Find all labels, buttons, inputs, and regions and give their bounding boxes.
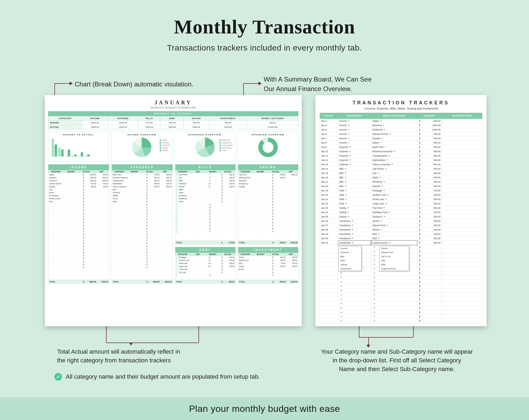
cell[interactable] <box>338 293 371 297</box>
cell[interactable]: Debt <box>338 193 371 197</box>
chevron-down-icon[interactable] <box>383 181 385 182</box>
table-row[interactable]: $ <box>48 236 109 239</box>
table-row[interactable]: Business$1500.001500.00 <box>48 176 109 179</box>
table-row[interactable]: $ <box>48 245 109 248</box>
dropdown-option[interactable]: Saving <box>339 263 361 267</box>
table-row[interactable]: Bank Fees$700.00800.00 <box>112 173 172 176</box>
table-row[interactable]: Insurance$ <box>175 194 235 197</box>
table-row[interactable]: Small Loan20$100.00 <box>175 262 235 265</box>
table-row[interactable]: Mutual Fund$100.00200.00 <box>238 259 298 262</box>
table-row[interactable]: Jan-9ExpenseBank Fees$800.00 <box>320 145 482 149</box>
chevron-down-icon[interactable] <box>348 138 350 139</box>
cell[interactable]: Large Loan <box>371 201 417 206</box>
chevron-down-icon[interactable] <box>348 129 350 130</box>
chevron-down-icon[interactable] <box>378 173 379 174</box>
chevron-down-icon[interactable] <box>389 242 391 243</box>
cell[interactable]: Expense <box>338 162 371 167</box>
table-row[interactable]: $ <box>175 215 235 218</box>
table-row[interactable]: Interest Income$700.00700.00 <box>48 182 109 185</box>
table-row[interactable]: Jan-26InvestmentStocks$200.00 <box>320 219 482 223</box>
trackers-table[interactable]: DATECATEGORYSUB-CATEGORYAMOUNTDESCRIPTIO… <box>320 113 482 323</box>
checkbox-icon[interactable] <box>176 195 178 197</box>
cell[interactable]: Electricity <box>371 180 417 184</box>
cell[interactable] <box>338 280 371 284</box>
table-row[interactable]: $ <box>112 254 172 257</box>
category-dropdown[interactable]: IncomeExpenseBillsDebtSavingInvestment <box>338 246 362 271</box>
table-row[interactable]: $ <box>320 293 482 297</box>
chevron-down-icon[interactable] <box>374 264 375 265</box>
table-row[interactable]: $ <box>175 274 235 277</box>
table-row[interactable]: $ <box>175 224 235 227</box>
cell[interactable]: Stocks <box>371 228 417 232</box>
cell[interactable]: Investment <box>338 223 371 228</box>
table-row[interactable]: $ <box>320 315 482 319</box>
table-row[interactable]: $ <box>238 209 298 212</box>
chevron-down-icon[interactable] <box>385 168 387 169</box>
cell[interactable] <box>371 306 417 310</box>
table-row[interactable]: Jan-20DebtStudent Loan$200.00 <box>320 193 482 197</box>
cell[interactable]: Investment <box>338 241 371 245</box>
chevron-down-icon[interactable] <box>374 247 375 248</box>
table-row[interactable]: $ <box>238 212 298 215</box>
table-row[interactable]: Misc$ <box>48 200 109 203</box>
chevron-down-icon[interactable] <box>352 238 353 239</box>
table-row[interactable]: $ <box>320 275 482 280</box>
checkbox-icon[interactable] <box>176 204 178 206</box>
table-row[interactable]: Car Loan$ <box>175 271 235 274</box>
cell[interactable] <box>338 319 371 323</box>
chevron-down-icon[interactable] <box>374 281 375 282</box>
cell[interactable]: Depreciation <box>371 158 417 162</box>
table-row[interactable]: Jan-11ExpenseTransportation$600.00 <box>320 154 482 158</box>
table-row[interactable]: Jan-6IncomeInterest Income$700.00 <box>320 132 482 136</box>
chevron-down-icon[interactable] <box>349 151 351 152</box>
chevron-down-icon[interactable] <box>340 312 342 313</box>
chevron-down-icon[interactable] <box>374 307 375 309</box>
table-row[interactable]: Trash$ <box>175 200 235 203</box>
chevron-down-icon[interactable] <box>378 234 380 235</box>
chevron-down-icon[interactable] <box>374 321 375 322</box>
table-row[interactable]: $ <box>112 224 172 227</box>
chevron-down-icon[interactable] <box>348 133 350 135</box>
chevron-down-icon[interactable] <box>340 294 342 295</box>
table-row[interactable]: $ <box>238 194 298 197</box>
cell[interactable]: Taxes & Licenses <box>371 162 417 167</box>
table-row[interactable]: Streaming$ <box>175 197 235 200</box>
table-row[interactable]: $ <box>175 203 235 206</box>
table-row[interactable]: Jan-28InvestmentStocks$120.00 <box>320 228 482 232</box>
table-row[interactable]: $ <box>320 280 482 284</box>
chevron-down-icon[interactable] <box>391 164 393 165</box>
table-row[interactable]: $ <box>320 271 482 275</box>
chevron-down-icon[interactable] <box>340 299 342 300</box>
cell[interactable]: Investment <box>338 219 371 223</box>
cell[interactable]: Bills <box>338 171 371 175</box>
table-row[interactable]: $ <box>112 227 172 230</box>
chevron-down-icon[interactable] <box>349 164 351 165</box>
cell[interactable]: Saving <box>338 206 371 210</box>
checkbox-icon[interactable] <box>176 228 178 230</box>
table-row[interactable]: Gas5$100.00 <box>175 176 235 179</box>
checkbox-icon[interactable] <box>176 275 178 276</box>
cell[interactable]: BSE <box>371 232 417 236</box>
table-row[interactable]: $ <box>175 209 235 212</box>
table-row[interactable]: Jan-29InvestmentBSE$140.00 <box>320 232 482 236</box>
checkbox-icon[interactable] <box>176 266 178 267</box>
chevron-down-icon[interactable] <box>381 138 383 139</box>
table-row[interactable]: Crypto$100.00200.00 <box>238 265 298 268</box>
cell[interactable]: Bills <box>338 184 371 188</box>
cell[interactable]: Investment <box>338 236 371 241</box>
table-row[interactable]: Electricity12$100.00 <box>175 182 235 185</box>
chevron-down-icon[interactable] <box>384 129 385 130</box>
dropdown-option[interactable]: BSE <box>379 259 409 263</box>
table-row[interactable]: $ <box>238 206 298 209</box>
checkbox-icon[interactable] <box>176 189 178 191</box>
chevron-down-icon[interactable] <box>340 273 342 274</box>
cell[interactable]: Income <box>338 127 371 132</box>
cell[interactable] <box>338 306 371 310</box>
checkbox-icon[interactable] <box>176 180 178 182</box>
table-row[interactable]: Jan-8IncomeSalary$800.00 <box>320 141 482 145</box>
chevron-down-icon[interactable] <box>388 212 390 213</box>
chevron-down-icon[interactable] <box>347 212 349 213</box>
table-row[interactable]: Jan-25SavingSaving #1$200.00 <box>320 214 482 219</box>
chevron-down-icon[interactable] <box>384 216 385 217</box>
chevron-down-icon[interactable] <box>340 290 342 291</box>
